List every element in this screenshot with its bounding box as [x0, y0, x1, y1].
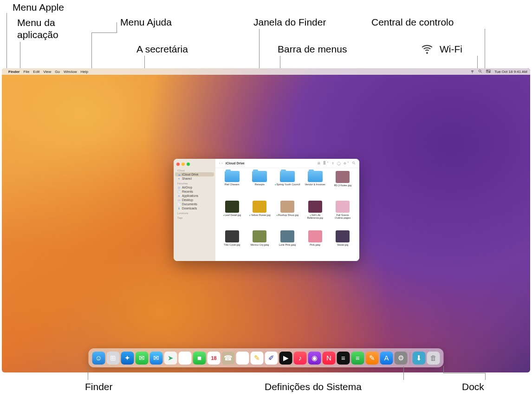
dock-tv-icon[interactable]: ▶ — [279, 352, 292, 365]
dock-launchpad-icon[interactable]: ⊞ — [107, 352, 120, 365]
leader-line — [443, 373, 485, 373]
share-button[interactable]: ⇧ — [331, 162, 334, 165]
dock-freeform-icon[interactable]: ✐ — [265, 352, 278, 365]
file-item[interactable]: Still Life Reference.jpg — [302, 201, 328, 228]
dock-calendar-icon[interactable]: 18 — [208, 352, 221, 365]
dock-stocks-icon[interactable]: ≡ — [337, 352, 350, 365]
dock-finder-icon[interactable]: ☺ — [92, 352, 105, 365]
sidebar-item-label: Documents — [182, 202, 197, 206]
search-button[interactable] — [352, 161, 356, 165]
file-label: Title Cover.jpg — [224, 243, 240, 246]
apps-icon: A — [177, 194, 181, 197]
finder-main: ‹ › iCloud Drive ⊞ ≣ ˅ ⇧ ◯ ⊖ ˅ Rail Chas… — [215, 159, 359, 261]
menu-file[interactable]: File — [23, 70, 29, 74]
callout-wifi: Wi-Fi — [440, 44, 462, 55]
group-button[interactable]: ≣ ˅ — [323, 162, 329, 165]
dock-notes-icon[interactable]: ✎ — [251, 352, 264, 365]
dock-podcasts-icon[interactable]: ◉ — [308, 352, 321, 365]
menu-help[interactable]: Help — [80, 70, 88, 74]
folder-icon — [280, 171, 295, 182]
menubar: Finder File Edit View Go Window Help Tue… — [2, 68, 530, 75]
finder-sidebar: iCloud☁iCloud Drive⚭SharedFavorites◎AirD… — [174, 159, 215, 261]
dock-safari-icon[interactable]: ✦ — [121, 352, 134, 365]
finder-window[interactable]: iCloud☁iCloud Drive⚭SharedFavorites◎AirD… — [174, 159, 359, 261]
sidebar-item-downloads[interactable]: ⬇Downloads — [174, 206, 215, 210]
file-item[interactable]: Pink.jpeg — [302, 230, 328, 258]
sidebar-section-label: Favorites — [174, 181, 215, 185]
callout-dock: Dock — [462, 381, 484, 392]
dock-photos-icon[interactable]: ❀ — [179, 352, 192, 365]
dock-numbers-icon[interactable]: ≡ — [351, 352, 364, 365]
spotlight-icon[interactable] — [478, 69, 482, 74]
forward-button[interactable]: › — [221, 162, 222, 165]
file-item[interactable]: Lone Pine.jpeg — [274, 230, 300, 258]
callout-menu-help: Menu Ajuda — [120, 17, 172, 28]
sidebar-item-airdrop[interactable]: ◎AirDrop — [174, 185, 215, 189]
file-item[interactable]: Mexico City.jpeg — [247, 230, 273, 258]
file-item[interactable]: Skater.jpg — [330, 230, 356, 258]
file-item[interactable]: Spring Youth Council — [274, 171, 300, 199]
leader-line — [485, 29, 485, 71]
file-item[interactable]: Title Cover.jpg — [219, 230, 245, 258]
file-label: Rooftop Shoot.jpg — [276, 214, 298, 216]
callout-system-settings: Definições do Sistema — [265, 381, 362, 392]
leader-line — [88, 366, 88, 380]
dock-news-icon[interactable]: N — [323, 352, 336, 365]
menu-window[interactable]: Window — [64, 70, 77, 74]
sidebar-item-icloud-drive[interactable]: ☁iCloud Drive — [175, 172, 214, 176]
sidebar-item-label: Downloads — [182, 207, 197, 210]
sidebar-item-desktop[interactable]: ▭Desktop — [174, 198, 215, 202]
file-item[interactable]: Leaf Detail.jpg — [219, 201, 245, 228]
menu-go[interactable]: Go — [55, 70, 60, 74]
sidebar-item-applications[interactable]: AApplications — [174, 194, 215, 198]
dock-music-icon[interactable]: ♪ — [294, 352, 307, 365]
tag-button[interactable]: ◯ — [337, 162, 341, 165]
file-item[interactable]: Vendor & Invoices — [302, 171, 328, 199]
file-label: Receipts — [255, 183, 265, 186]
close-button[interactable] — [176, 163, 180, 166]
svg-point-0 — [479, 70, 481, 72]
dock-system-settings-icon[interactable]: ⚙ — [395, 352, 408, 365]
dock-pages-icon[interactable]: ✎ — [366, 352, 379, 365]
back-button[interactable]: ‹ — [219, 162, 220, 165]
doc-icon: 📄 — [177, 202, 181, 206]
dock-reminders-icon[interactable]: ☑ — [236, 352, 249, 365]
app-menu[interactable]: Finder — [8, 70, 19, 74]
dock-contacts-icon[interactable]: ☎ — [222, 352, 235, 365]
dock-messages-icon[interactable]: ✉ — [136, 352, 149, 365]
dock-maps-icon[interactable]: ➤ — [164, 352, 177, 365]
leader-line — [117, 22, 117, 33]
wifi-status-icon[interactable] — [470, 69, 474, 74]
image-thumbnail — [336, 171, 350, 183]
sidebar-item-recents[interactable]: 🕘Recents — [174, 189, 215, 194]
view-icons-button[interactable]: ⊞ — [318, 162, 320, 165]
menu-view[interactable]: View — [43, 70, 51, 74]
control-center-icon[interactable] — [486, 69, 491, 74]
file-item[interactable]: Rail Chasers — [219, 171, 245, 199]
action-button[interactable]: ⊖ ˅ — [344, 162, 349, 165]
file-item[interactable]: RD.2-Notes.jpg — [330, 171, 356, 199]
file-item[interactable]: Receipts — [247, 171, 273, 199]
dock-trash-icon[interactable]: 🗑 — [427, 352, 440, 365]
wifi-icon — [422, 44, 433, 58]
dock-app-store-icon[interactable]: A — [380, 352, 393, 365]
leader-line — [91, 33, 117, 33]
sidebar-item-label: Shared — [182, 177, 192, 180]
minimize-button[interactable] — [182, 163, 185, 166]
callout-menu-app: Menu da aplicação — [17, 17, 58, 41]
menu-edit[interactable]: Edit — [33, 70, 39, 74]
file-item[interactable]: Yellow Flower.jpg — [247, 201, 273, 228]
sidebar-item-documents[interactable]: 📄Documents — [174, 202, 215, 206]
desktop-icon: ▭ — [177, 198, 181, 202]
dock-mail-icon[interactable]: ✉ — [150, 352, 163, 365]
file-item[interactable]: Rooftop Shoot.jpg — [274, 201, 300, 228]
dock-facetime-icon[interactable]: ■ — [193, 352, 206, 365]
dock-downloads-icon[interactable]: ⬇ — [413, 352, 426, 365]
menubar-datetime[interactable]: Tue Oct 18 9:41 AM — [494, 70, 527, 74]
file-label: Yellow Flower.jpg — [249, 214, 270, 216]
file-label: Lone Pine.jpeg — [279, 243, 296, 246]
zoom-button[interactable] — [187, 163, 190, 166]
file-label: Vendor & Invoices — [305, 183, 325, 186]
file-item[interactable]: Fall Scents Outline.pages — [330, 201, 356, 228]
sidebar-item-shared[interactable]: ⚭Shared — [174, 176, 215, 181]
